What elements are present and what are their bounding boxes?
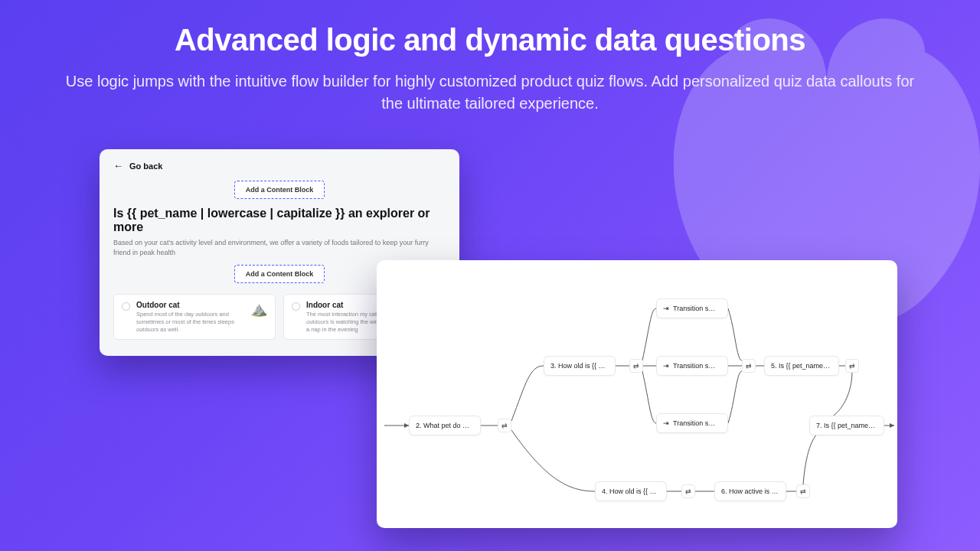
choice-sub: Spend most of the day outdoors and somet…	[136, 311, 241, 333]
hero-subtitle: Use logic jumps with the intuitive flow …	[61, 70, 919, 115]
flow-node-4[interactable]: 4. How old is {{ …	[595, 481, 667, 501]
choice-title: Outdoor cat	[136, 301, 241, 309]
choice-outdoor-cat[interactable]: Outdoor cat Spend most of the day outdoo…	[113, 294, 276, 340]
flow-builder-card[interactable]: ⇄ ⇄ ⇄ ⇄ ⇄ ⇄ ⇄ 2. What pet do … 3. How ol…	[377, 260, 897, 528]
transition-icon: ⇥	[663, 419, 669, 427]
flow-node-5[interactable]: 5. Is {{ pet_name…	[764, 356, 839, 376]
add-content-block-button[interactable]: Add a Content Block	[234, 181, 325, 199]
flow-node-6[interactable]: 6. How active is …	[714, 481, 786, 501]
marketing-slide: Advanced logic and dynamic data question…	[0, 0, 980, 551]
branch-icon[interactable]: ⇄	[681, 484, 695, 498]
branch-icon[interactable]: ⇄	[629, 359, 643, 373]
question-title[interactable]: Is {{ pet_name | lowercase | capitalize …	[113, 207, 446, 234]
flow-node-transition[interactable]: ⇥Transition s…	[656, 413, 728, 433]
flow-node-transition[interactable]: ⇥Transition s…	[656, 356, 728, 376]
go-back-label: Go back	[129, 161, 162, 171]
question-description[interactable]: Based on your cat's activity level and e…	[113, 238, 446, 257]
branch-icon[interactable]: ⇄	[796, 484, 810, 498]
svg-marker-1	[890, 423, 894, 428]
branch-icon[interactable]: ⇄	[498, 419, 511, 432]
flow-node-transition[interactable]: ⇥Transition s…	[656, 298, 728, 318]
transition-icon: ⇥	[663, 305, 669, 312]
branch-icon[interactable]: ⇄	[742, 359, 756, 373]
add-content-block-button[interactable]: Add a Content Block	[234, 265, 325, 283]
transition-icon: ⇥	[663, 362, 669, 370]
hero-title: Advanced logic and dynamic data question…	[0, 23, 980, 57]
branch-icon[interactable]: ⇄	[845, 359, 859, 373]
flow-node-7[interactable]: 7. Is {{ pet_name…	[809, 416, 884, 435]
flow-node-2[interactable]: 2. What pet do …	[409, 416, 481, 435]
flow-node-3[interactable]: 3. How old is {{ …	[544, 356, 616, 376]
arrow-left-icon: ←	[113, 160, 123, 171]
mountain-icon: ⛰️	[250, 301, 267, 318]
radio-icon	[292, 302, 300, 311]
radio-icon	[122, 302, 130, 311]
go-back-button[interactable]: ← Go back	[113, 160, 446, 171]
